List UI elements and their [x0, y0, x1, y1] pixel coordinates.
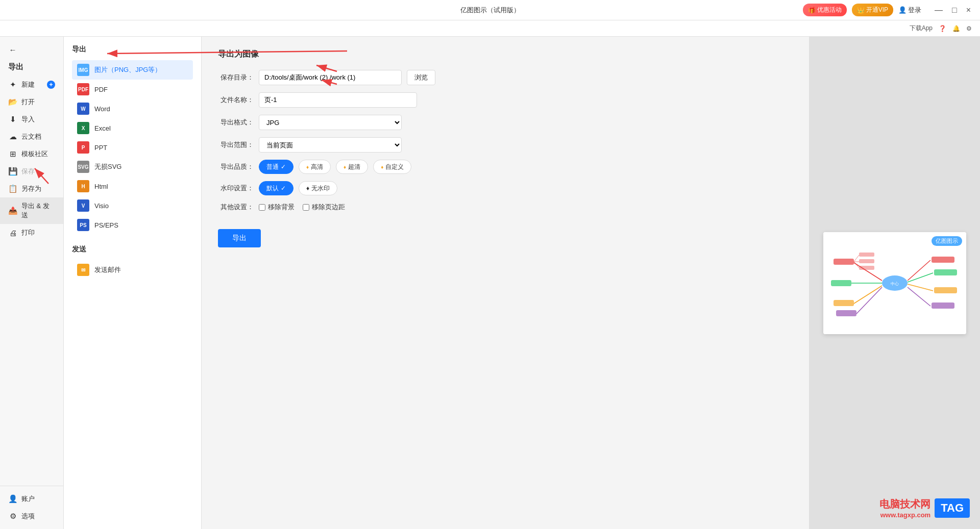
export-panel: 导出 IMG 图片（PNG、JPG等） PDF PDF W Word X Exc…	[64, 37, 202, 529]
export-type-image[interactable]: IMG 图片（PNG、JPG等）	[72, 60, 193, 80]
quality-group: 普通 ✓ ♦ 高清 ♦ 超清 ♦ 自定义	[259, 160, 411, 174]
word-file-icon: W	[77, 103, 89, 115]
filename-input[interactable]	[259, 92, 417, 108]
quality-normal-button[interactable]: 普通 ✓	[259, 160, 293, 174]
titlebar-right: 🎁 优惠活动 👑 开通VIP 👤 登录 — □ ×	[803, 4, 974, 16]
svg-rect-15	[932, 257, 954, 263]
diamond-icon-ultra: ♦	[344, 164, 346, 170]
browse-button[interactable]: 浏览	[407, 70, 435, 85]
saveas-icon: 📋	[8, 184, 17, 193]
quality-high-button[interactable]: ♦ 高清	[299, 160, 331, 174]
sidebar-item-cloud[interactable]: ☁ 云文档	[0, 128, 63, 145]
preview-area: 亿图图示 中心	[809, 37, 980, 529]
vip-button[interactable]: 👑 开通VIP	[852, 4, 893, 16]
quality-label: 导出品质：	[218, 162, 254, 171]
diamond-icon-high: ♦	[306, 164, 309, 170]
save-icon: 💾	[8, 167, 17, 176]
save-dir-input[interactable]	[259, 70, 402, 85]
toolbar-strip: 下载App ❓ 🔔 ⚙	[0, 20, 980, 37]
svg-text:中心: 中心	[891, 282, 899, 286]
watermark-default-check: ✓	[281, 185, 286, 192]
export-type-ps[interactable]: PS PS/EPS	[72, 215, 193, 235]
format-row: 导出格式： JPG PNG BMP SVG	[218, 115, 793, 130]
sidebar-item-options[interactable]: ⚙ 选项	[0, 508, 63, 525]
export-type-html[interactable]: H Html	[72, 177, 193, 196]
svg-file-icon: SVG	[77, 161, 89, 173]
open-icon: 📂	[8, 97, 17, 107]
maximize-button[interactable]: □	[949, 5, 960, 16]
svg-rect-22	[859, 253, 874, 257]
notification-button[interactable]: 🔔	[952, 25, 960, 32]
sidebar-item-new[interactable]: ✦ 新建 +	[0, 76, 63, 93]
range-row: 导出范围： 当前页面 所有页面	[218, 137, 793, 153]
save-dir-row: 保存目录： 浏览	[218, 70, 793, 85]
settings-button[interactable]: ⚙	[966, 25, 972, 32]
export-type-svg[interactable]: SVG 无损SVG	[72, 157, 193, 177]
import-icon: ⬇	[8, 115, 17, 124]
help-button[interactable]: ❓	[939, 25, 946, 32]
svg-rect-16	[934, 269, 957, 275]
sidebar-item-open[interactable]: 📂 打开	[0, 93, 63, 111]
preview-card: 亿图图示 中心	[823, 232, 966, 334]
sidebar-item-print[interactable]: 🖨 打印	[0, 224, 63, 241]
remove-border-checkbox-label[interactable]: 移除页边距	[303, 203, 345, 212]
export-type-ppt[interactable]: P PPT	[72, 138, 193, 157]
send-email[interactable]: ✉ 发送邮件	[72, 260, 193, 280]
quality-ultra-button[interactable]: ♦ 超清	[336, 160, 368, 174]
watermark-text-block: 电脑技术网 www.tagxp.com	[879, 497, 930, 519]
download-app-button[interactable]: 下载App	[910, 24, 933, 33]
quality-custom-button[interactable]: ♦ 自定义	[373, 160, 411, 174]
range-label: 导出范围：	[218, 140, 254, 149]
minimize-button[interactable]: —	[932, 5, 946, 16]
cloud-icon: ☁	[8, 132, 17, 141]
sidebar-item-import[interactable]: ⬇ 导入	[0, 111, 63, 128]
export-type-list: IMG 图片（PNG、JPG等） PDF PDF W Word X Excel …	[72, 60, 193, 235]
sidebar-item-account[interactable]: 👤 账户	[0, 490, 63, 508]
sidebar-item-templates[interactable]: ⊞ 模板社区	[0, 145, 63, 163]
remove-border-checkbox[interactable]	[303, 204, 309, 211]
remove-bg-checkbox-label[interactable]: 移除背景	[259, 203, 295, 212]
titlebar: 亿图图示（试用版） 🎁 优惠活动 👑 开通VIP 👤 登录 — □ ×	[0, 0, 980, 20]
watermark-row: 水印设置： 默认 ✓ ♦ 无水印	[218, 181, 793, 195]
login-button[interactable]: 👤 登录	[898, 6, 921, 15]
window-controls: — □ ×	[932, 5, 974, 16]
sidebar-item-export[interactable]: 📤 导出 & 发送	[0, 197, 63, 224]
preview-badge: 亿图图示	[932, 236, 962, 246]
add-icon[interactable]: +	[47, 81, 55, 89]
other-settings-row: 其他设置： 移除背景 移除页边距	[218, 203, 793, 212]
export-type-word[interactable]: W Word	[72, 99, 193, 118]
close-button[interactable]: ×	[963, 5, 974, 16]
export-type-pdf[interactable]: PDF PDF	[72, 80, 193, 99]
svg-rect-23	[859, 259, 874, 263]
remove-bg-checkbox[interactable]	[259, 204, 265, 211]
export-type-visio[interactable]: V Visio	[72, 196, 193, 215]
watermark-default-button[interactable]: 默认 ✓	[259, 181, 293, 195]
send-list: ✉ 发送邮件	[72, 260, 193, 280]
filename-label: 文件名称：	[218, 95, 254, 105]
export-section-heading: 导出	[0, 58, 63, 76]
sidebar-back-button[interactable]: ←	[0, 41, 63, 58]
promo-button[interactable]: 🎁 优惠活动	[803, 4, 847, 16]
main-content: ← 导出 ✦ 新建 + 📂 打开 ⬇ 导入 ☁ 云文档 ⊞ 模板社区 💾 保存	[0, 37, 980, 529]
sidebar-item-saveas[interactable]: 📋 另存为	[0, 180, 63, 197]
new-icon: ✦	[8, 80, 17, 89]
sidebar-item-save: 💾 保存	[0, 163, 63, 180]
save-dir-label: 保存目录：	[218, 73, 254, 82]
export-button[interactable]: 导出	[218, 229, 261, 247]
svg-rect-12	[831, 280, 851, 286]
html-file-icon: H	[77, 180, 89, 192]
form-title: 导出为图像	[218, 49, 793, 60]
account-icon: 👤	[8, 494, 17, 503]
excel-file-icon: X	[77, 122, 89, 134]
watermark-none-button[interactable]: ♦ 无水印	[299, 181, 337, 195]
quality-normal-check: ✓	[281, 163, 286, 170]
range-select[interactable]: 当前页面 所有页面	[259, 137, 402, 153]
email-icon: ✉	[77, 264, 89, 276]
format-select[interactable]: JPG PNG BMP SVG	[259, 115, 402, 130]
filename-row: 文件名称：	[218, 92, 793, 108]
print-icon: 🖨	[8, 228, 17, 237]
export-type-excel[interactable]: X Excel	[72, 118, 193, 138]
watermark-label: 水印设置：	[218, 184, 254, 193]
format-label: 导出格式：	[218, 118, 254, 127]
svg-rect-18	[932, 303, 954, 309]
